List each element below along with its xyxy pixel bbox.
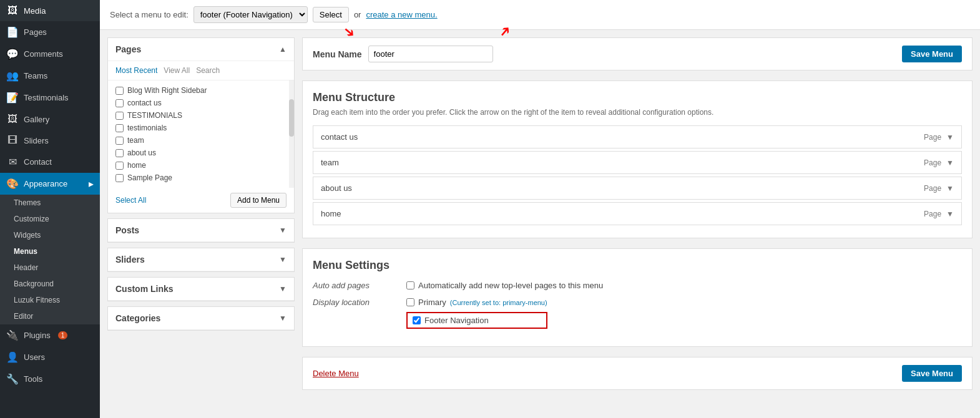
- page-checkbox[interactable]: [115, 87, 124, 95]
- menu-item-expand-icon[interactable]: ▼: [946, 210, 954, 218]
- page-item: about us: [115, 147, 287, 159]
- page-checkbox[interactable]: [115, 124, 124, 132]
- page-item: contact us: [115, 97, 287, 109]
- sidebar: 🖼 Media 📄 Pages 💬 Comments 👥 Teams 📝 Tes…: [0, 0, 100, 418]
- tab-most-recent[interactable]: Most Recent: [115, 66, 157, 75]
- sidebar-item-tools[interactable]: 🔧 Tools: [0, 368, 100, 390]
- sidebar-label-themes: Themes: [14, 198, 41, 207]
- page-checkbox[interactable]: [115, 174, 124, 182]
- menu-item-label: contact us: [321, 132, 358, 142]
- primary-label: Primary: [418, 298, 446, 307]
- sidebar-item-pages[interactable]: 📄 Pages: [0, 21, 100, 43]
- menu-item-label: home: [321, 209, 341, 218]
- sidebar-label-plugins: Plugins: [24, 331, 51, 340]
- sidebar-item-comments[interactable]: 💬 Comments: [0, 43, 100, 65]
- sidebar-item-media[interactable]: 🖼 Media: [0, 0, 100, 21]
- tools-icon: 🔧: [6, 373, 19, 385]
- menu-select-dropdown[interactable]: footer (Footer Navigation): [194, 6, 308, 23]
- sidebar-item-teams[interactable]: 👥 Teams: [0, 65, 100, 87]
- menu-item-right: Page▼: [924, 210, 954, 218]
- tab-view-all[interactable]: View All: [164, 66, 190, 75]
- sidebar-item-widgets[interactable]: Widgets: [0, 227, 100, 243]
- page-checkbox[interactable]: [115, 137, 124, 145]
- pages-tabs: Most Recent View All Search: [108, 61, 294, 80]
- primary-note: (Currently set to: primary-menu): [450, 299, 547, 306]
- topbar-or-text: or: [354, 10, 361, 19]
- scrollbar-track: [289, 80, 294, 188]
- select-all-link[interactable]: Select All: [115, 196, 146, 205]
- sidebar-item-menus[interactable]: Menus: [0, 243, 100, 260]
- display-location-content: Primary (Currently set to: primary-menu)…: [406, 298, 547, 329]
- users-icon: 👤: [6, 351, 19, 363]
- page-checkbox[interactable]: [115, 162, 124, 170]
- save-menu-button-bottom[interactable]: Save Menu: [902, 365, 962, 382]
- posts-panel-header[interactable]: Posts ▼: [108, 219, 294, 242]
- menu-item-expand-icon[interactable]: ▼: [946, 133, 954, 142]
- sliders-chevron-icon: ▼: [279, 255, 287, 264]
- menu-item-type: Page: [924, 158, 941, 167]
- page-label: TESTIMONIALS: [127, 111, 182, 120]
- appearance-icon: 🎨: [6, 178, 19, 190]
- menu-item-expand-icon[interactable]: ▼: [946, 158, 954, 167]
- pages-panel-header[interactable]: Pages ▲: [108, 38, 294, 61]
- bottom-bar: Delete Menu Save Menu: [302, 357, 973, 390]
- sidebar-item-plugins[interactable]: 🔌 Plugins 1: [0, 324, 100, 346]
- menu-item-expand-icon[interactable]: ▼: [946, 184, 954, 193]
- teams-icon: 👥: [6, 70, 19, 82]
- sidebar-label-background: Background: [14, 279, 54, 288]
- menu-item: homePage▼: [313, 202, 962, 225]
- sidebar-item-appearance[interactable]: 🎨 Appearance ▸: [0, 173, 100, 195]
- pages-icon: 📄: [6, 26, 19, 38]
- content-area: Pages ▲ Most Recent View All Search Blog…: [100, 30, 980, 418]
- sidebar-item-sliders[interactable]: 🎞 Sliders: [0, 130, 100, 151]
- pages-list-inner: Blog With Right Sidebarcontact usTESTIMO…: [115, 84, 287, 184]
- scrollbar-thumb[interactable]: [289, 99, 294, 137]
- categories-header[interactable]: Categories ▼: [108, 307, 294, 330]
- delete-menu-link[interactable]: Delete Menu: [313, 369, 359, 378]
- page-checkbox[interactable]: [115, 112, 124, 120]
- media-icon: 🖼: [6, 5, 19, 16]
- auto-add-row: Auto add pages Automatically add new top…: [313, 281, 962, 290]
- tab-search[interactable]: Search: [196, 66, 220, 75]
- primary-checkbox-label[interactable]: Primary (Currently set to: primary-menu): [406, 298, 547, 307]
- create-new-menu-link[interactable]: create a new menu.: [366, 10, 437, 19]
- sidebar-item-contact[interactable]: ✉ Contact: [0, 151, 100, 173]
- page-label: Blog With Right Sidebar: [127, 86, 207, 95]
- appearance-arrow-icon: ▸: [89, 178, 94, 190]
- page-label: contact us: [127, 99, 162, 107]
- sidebar-item-luzuk-fitness[interactable]: Luzuk Fitness: [0, 292, 100, 308]
- sidebar-item-customize[interactable]: Customize: [0, 211, 100, 227]
- contact-icon: ✉: [6, 156, 19, 168]
- appearance-submenu: Themes Customize Widgets Menus Header Ba…: [0, 195, 100, 324]
- sidebar-item-themes[interactable]: Themes: [0, 195, 100, 211]
- auto-add-checkbox-label[interactable]: Automatically add new top-level pages to…: [406, 281, 603, 290]
- save-menu-button-top[interactable]: Save Menu: [902, 46, 962, 62]
- sidebar-item-gallery[interactable]: 🖼 Gallery: [0, 109, 100, 130]
- sliders-panel-header[interactable]: Sliders ▼: [108, 248, 294, 271]
- menu-item-type: Page: [924, 133, 941, 142]
- add-to-menu-button[interactable]: Add to Menu: [230, 193, 287, 208]
- testimonials-icon: 📝: [6, 92, 19, 104]
- page-checkbox[interactable]: [115, 99, 124, 107]
- menu-item: teamPage▼: [313, 151, 962, 174]
- sidebar-label-menus: Menus: [14, 247, 37, 256]
- auto-add-content: Automatically add new top-level pages to…: [406, 281, 603, 290]
- plugins-badge: 1: [58, 331, 68, 339]
- menu-items-list: contact usPage▼teamPage▼about usPage▼hom…: [313, 125, 962, 225]
- sidebar-item-background[interactable]: Background: [0, 276, 100, 292]
- plugins-icon: 🔌: [6, 329, 19, 341]
- sidebar-item-editor[interactable]: Editor: [0, 308, 100, 324]
- sidebar-item-header[interactable]: Header: [0, 260, 100, 276]
- select-button[interactable]: Select: [313, 7, 349, 22]
- custom-links-header[interactable]: Custom Links ▼: [108, 278, 294, 301]
- sidebar-item-testimonials[interactable]: 📝 Testimonials: [0, 87, 100, 109]
- menu-name-input[interactable]: [368, 46, 493, 62]
- page-label: home: [127, 161, 146, 170]
- footer-nav-checkbox[interactable]: [413, 316, 421, 324]
- sidebar-label-header: Header: [14, 263, 38, 272]
- primary-checkbox[interactable]: [406, 298, 414, 306]
- auto-add-checkbox[interactable]: [406, 281, 414, 289]
- sidebar-item-users[interactable]: 👤 Users: [0, 346, 100, 368]
- page-checkbox[interactable]: [115, 149, 124, 157]
- menu-item-right: Page▼: [924, 158, 954, 167]
